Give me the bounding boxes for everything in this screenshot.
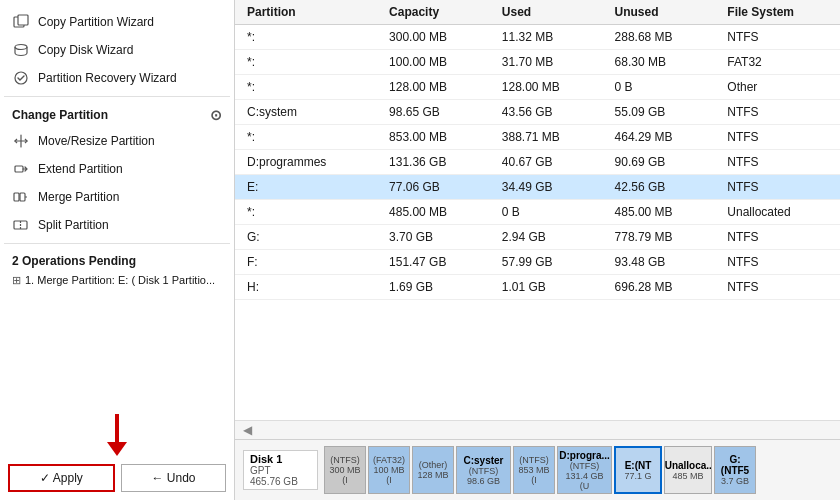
disk-partition-block[interactable]: E:(NT77.1 G xyxy=(614,446,662,494)
disk-partition-block[interactable]: (Other)128 MB xyxy=(412,446,454,494)
partition-block-fs: (NTFS) xyxy=(519,455,549,465)
cell-used: 128.00 MB xyxy=(490,75,603,100)
cell-unused: 778.79 MB xyxy=(603,225,716,250)
sidebar-item-extend[interactable]: Extend Partition xyxy=(4,155,230,183)
cell-used: 1.01 GB xyxy=(490,275,603,300)
disk-map-container: Disk 1 GPT 465.76 GB (NTFS)300 MB (I(FAT… xyxy=(235,439,840,500)
partition-block-fs: (Other) xyxy=(419,460,448,470)
table-row[interactable]: H:1.69 GB1.01 GB696.28 MBNTFS xyxy=(235,275,840,300)
partition-block-size: 100 MB (I xyxy=(371,465,407,485)
copy-partition-icon xyxy=(12,13,30,31)
cell-capacity: 77.06 GB xyxy=(377,175,490,200)
cell-fs: NTFS xyxy=(715,100,840,125)
partition-recovery-label: Partition Recovery Wizard xyxy=(38,71,177,85)
sidebar-item-partition-recovery[interactable]: Partition Recovery Wizard xyxy=(4,64,230,92)
cell-unused: 0 B xyxy=(603,75,716,100)
change-partition-title: Change Partition xyxy=(12,108,108,122)
partition-block-size: 853 MB (I xyxy=(516,465,552,485)
cell-partition: G: xyxy=(235,225,377,250)
cell-partition: F: xyxy=(235,250,377,275)
partition-block-name: C:syster xyxy=(463,455,503,466)
cell-partition: *: xyxy=(235,25,377,50)
sidebar-item-split[interactable]: Split Partition xyxy=(4,211,230,239)
apply-undo-row: ✓ Apply ← Undo xyxy=(0,460,234,500)
undo-label: ← Undo xyxy=(151,471,195,485)
main-container: Copy Partition Wizard Copy Disk Wizard xyxy=(0,0,840,500)
sidebar-item-copy-disk[interactable]: Copy Disk Wizard xyxy=(4,36,230,64)
disk-partition-block[interactable]: C:syster(NTFS)98.6 GB xyxy=(456,446,511,494)
cell-used: 31.70 MB xyxy=(490,50,603,75)
table-row[interactable]: G:3.70 GB2.94 GB778.79 MBNTFS xyxy=(235,225,840,250)
cell-partition: H: xyxy=(235,275,377,300)
svg-point-2 xyxy=(15,45,27,50)
scroll-left[interactable]: ◀ xyxy=(243,423,252,437)
cell-fs: NTFS xyxy=(715,250,840,275)
cell-capacity: 853.00 MB xyxy=(377,125,490,150)
cell-fs: Other xyxy=(715,75,840,100)
col-capacity: Capacity xyxy=(377,0,490,25)
table-row[interactable]: *:485.00 MB0 B485.00 MBUnallocated xyxy=(235,200,840,225)
partition-block-size: 131.4 GB (U xyxy=(560,471,609,491)
disk-partition-block[interactable]: (NTFS)300 MB (I xyxy=(324,446,366,494)
partition-block-fs: (NTFS) xyxy=(570,461,600,471)
cell-unused: 93.48 GB xyxy=(603,250,716,275)
change-partition-header: Change Partition ⊙ xyxy=(4,101,230,127)
cell-unused: 55.09 GB xyxy=(603,100,716,125)
apply-label: ✓ Apply xyxy=(40,471,83,485)
table-row[interactable]: *:128.00 MB128.00 MB0 BOther xyxy=(235,75,840,100)
cell-partition: *: xyxy=(235,75,377,100)
disk-name: Disk 1 xyxy=(250,453,282,465)
svg-rect-1 xyxy=(18,15,28,25)
disk-size: 465.76 GB xyxy=(250,476,298,487)
disk-partition-block[interactable]: G:(NTF53.7 GB xyxy=(714,446,756,494)
partition-block-name: (Unalloca... xyxy=(664,460,712,471)
disk-partition-block[interactable]: D:progra...(NTFS)131.4 GB (U xyxy=(557,446,612,494)
scroll-arrows: ◀ xyxy=(235,420,840,439)
table-header-row: Partition Capacity Used Unused File Syst… xyxy=(235,0,840,25)
table-row[interactable]: C:system98.65 GB43.56 GB55.09 GBNTFS xyxy=(235,100,840,125)
collapse-change-partition[interactable]: ⊙ xyxy=(210,107,222,123)
cell-partition: D:programmes xyxy=(235,150,377,175)
cell-unused: 68.30 MB xyxy=(603,50,716,75)
undo-button[interactable]: ← Undo xyxy=(121,464,226,492)
partition-block-size: 485 MB xyxy=(672,471,703,481)
partition-table[interactable]: Partition Capacity Used Unused File Syst… xyxy=(235,0,840,420)
disk-partition-block[interactable]: (Unalloca...485 MB xyxy=(664,446,712,494)
split-icon xyxy=(12,216,30,234)
sidebar-item-move-resize[interactable]: Move/Resize Partition xyxy=(4,127,230,155)
cell-fs: FAT32 xyxy=(715,50,840,75)
cell-partition: *: xyxy=(235,200,377,225)
cell-partition: E: xyxy=(235,175,377,200)
table-row[interactable]: D:programmes131.36 GB40.67 GB90.69 GBNTF… xyxy=(235,150,840,175)
cell-fs: NTFS xyxy=(715,25,840,50)
partitions-table: Partition Capacity Used Unused File Syst… xyxy=(235,0,840,300)
apply-button[interactable]: ✓ Apply xyxy=(8,464,115,492)
cell-capacity: 3.70 GB xyxy=(377,225,490,250)
pending-item-label: 1. Merge Partition: E: ( Disk 1 Partitio… xyxy=(25,274,215,286)
cell-used: 34.49 GB xyxy=(490,175,603,200)
disk-partition-block[interactable]: (NTFS)853 MB (I xyxy=(513,446,555,494)
cell-used: 2.94 GB xyxy=(490,225,603,250)
table-row[interactable]: E:77.06 GB34.49 GB42.56 GBNTFS xyxy=(235,175,840,200)
table-row[interactable]: F:151.47 GB57.99 GB93.48 GBNTFS xyxy=(235,250,840,275)
disk-partition-block[interactable]: (FAT32)100 MB (I xyxy=(368,446,410,494)
cell-capacity: 98.65 GB xyxy=(377,100,490,125)
partition-block-size: 3.7 GB xyxy=(721,476,749,486)
cell-capacity: 100.00 MB xyxy=(377,50,490,75)
expand-icon[interactable]: ⊞ xyxy=(12,274,21,287)
cell-used: 0 B xyxy=(490,200,603,225)
divider-2 xyxy=(4,243,230,244)
table-row[interactable]: *:853.00 MB388.71 MB464.29 MBNTFS xyxy=(235,125,840,150)
cell-fs: Unallocated xyxy=(715,200,840,225)
copy-partition-label: Copy Partition Wizard xyxy=(38,15,154,29)
cell-partition: C:system xyxy=(235,100,377,125)
col-unused: Unused xyxy=(603,0,716,25)
table-row[interactable]: *:300.00 MB11.32 MB288.68 MBNTFS xyxy=(235,25,840,50)
svg-rect-5 xyxy=(14,193,19,201)
sidebar-item-copy-partition[interactable]: Copy Partition Wizard xyxy=(4,8,230,36)
arrow-shaft xyxy=(115,414,119,442)
right-panel: Partition Capacity Used Unused File Syst… xyxy=(235,0,840,500)
cell-fs: NTFS xyxy=(715,275,840,300)
sidebar-item-merge[interactable]: Merge Partition xyxy=(4,183,230,211)
table-row[interactable]: *:100.00 MB31.70 MB68.30 MBFAT32 xyxy=(235,50,840,75)
